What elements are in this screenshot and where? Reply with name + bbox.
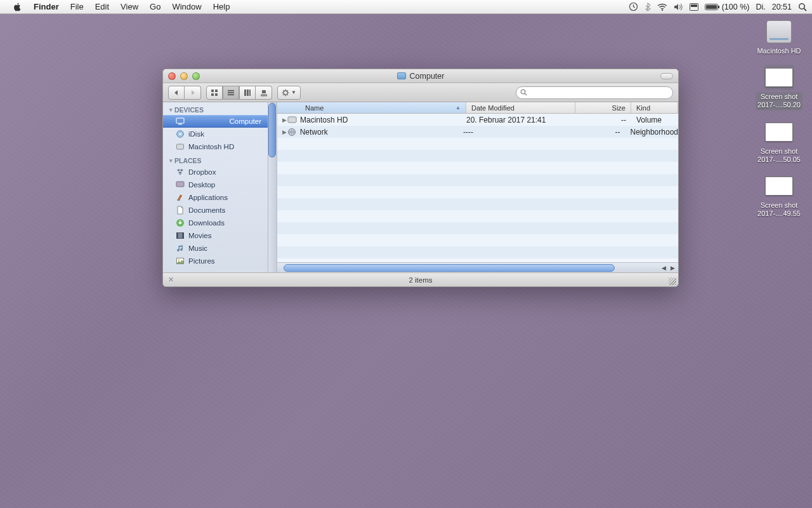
battery-icon[interactable]: (100 %) <box>705 3 750 11</box>
sidebar-item-applications[interactable]: Applications <box>163 191 268 204</box>
sidebar-item-label: Movies <box>188 232 211 239</box>
app-name[interactable]: Finder <box>28 0 65 14</box>
svg-point-22 <box>284 90 287 94</box>
close-button[interactable] <box>168 72 176 80</box>
sidebar-item-desktop[interactable]: Desktop <box>163 178 268 191</box>
list-row[interactable]: ▶ Macintosh HD 20. Februar 2017 21:41 --… <box>277 114 678 126</box>
status-bar: ✕ 2 items <box>163 272 678 286</box>
column-date[interactable]: Date Modified <box>466 102 575 113</box>
apple-menu-icon[interactable] <box>8 0 28 14</box>
sidebar-item-label: Dropbox <box>188 168 216 176</box>
sidebar: DEVICES Computer iDisk Macintosh HD PLAC… <box>163 102 277 272</box>
desktop-icon-screenshot[interactable]: Screen shot 2017-....50.20 <box>754 65 804 110</box>
svg-rect-20 <box>261 94 267 95</box>
documents-icon <box>176 206 185 215</box>
svg-line-32 <box>525 93 527 95</box>
scroll-left-arrow[interactable]: ◀ <box>659 264 668 272</box>
zoom-button[interactable] <box>192 72 200 80</box>
sidebar-item-label: Documents <box>188 206 225 214</box>
svg-rect-37 <box>177 144 184 149</box>
sidebar-item-idisk[interactable]: iDisk <box>163 128 268 140</box>
search-icon <box>520 89 527 96</box>
sidebar-item-documents[interactable]: Documents <box>163 204 268 217</box>
resize-handle[interactable] <box>669 277 676 285</box>
desktop-icon-screenshot[interactable]: Screen shot 2017-....50.05 <box>754 119 804 164</box>
desktop-icon-screenshot[interactable]: Screen shot 2017-....49.55 <box>754 173 804 218</box>
dropbox-icon <box>176 168 185 177</box>
sidebar-scrollbar[interactable] <box>268 102 277 272</box>
nav-buttons <box>168 86 201 100</box>
svg-point-45 <box>178 259 180 260</box>
desktop-icons: Macintosh HD Screen shot 2017-....50.20 … <box>754 19 804 218</box>
scrollbar-thumb[interactable] <box>284 264 615 272</box>
sidebar-item-pictures[interactable]: Pictures <box>163 255 268 267</box>
icon-view-button[interactable] <box>206 86 223 100</box>
sidebar-item-movies[interactable]: Movies <box>163 229 268 242</box>
menu-file[interactable]: File <box>65 0 89 14</box>
idisk-icon <box>176 130 185 138</box>
volume-icon[interactable] <box>674 3 683 11</box>
svg-point-31 <box>521 90 525 94</box>
proxy-icon[interactable] <box>397 72 406 79</box>
menu-edit[interactable]: Edit <box>89 0 115 14</box>
menu-window[interactable]: Window <box>166 0 207 14</box>
svg-rect-9 <box>211 90 214 92</box>
search-input[interactable] <box>530 89 669 97</box>
row-name: Network <box>298 128 463 137</box>
clock-day[interactable]: Di. <box>756 3 765 11</box>
svg-rect-19 <box>262 90 266 93</box>
sidebar-header-places[interactable]: PLACES <box>163 153 277 166</box>
menubar: Finder File Edit View Go Window Help (10… <box>0 0 812 14</box>
sidebar-item-computer[interactable]: Computer <box>163 115 268 128</box>
action-menu-button[interactable]: ▼ <box>277 86 301 100</box>
bluetooth-icon[interactable] <box>645 3 651 11</box>
desktop-icon-hd[interactable]: Macintosh HD <box>754 19 804 56</box>
sidebar-header-devices[interactable]: DEVICES <box>163 102 277 115</box>
list-view-button[interactable] <box>223 86 239 100</box>
clock-time[interactable]: 20:51 <box>772 3 792 11</box>
back-button[interactable] <box>168 86 185 100</box>
desktop-icon <box>176 180 185 189</box>
sidebar-item-dropbox[interactable]: Dropbox <box>163 166 268 178</box>
row-size: -- <box>575 116 631 124</box>
desktop-icon-label: Macintosh HD <box>755 46 802 56</box>
sidebar-item-macintosh-hd[interactable]: Macintosh HD <box>163 140 268 153</box>
menu-help[interactable]: Help <box>207 0 236 14</box>
scrollbar-thumb[interactable] <box>268 103 276 157</box>
column-view-button[interactable] <box>239 86 256 100</box>
minimize-button[interactable] <box>180 72 188 80</box>
sidebar-item-downloads[interactable]: Downloads <box>163 217 268 229</box>
wifi-icon[interactable] <box>657 3 667 11</box>
sidebar-item-music[interactable]: Music <box>163 242 268 255</box>
sidebar-item-label: Downloads <box>188 219 225 227</box>
path-button-icon[interactable]: ✕ <box>168 276 174 284</box>
sidebar-item-label: Pictures <box>188 257 215 265</box>
svg-rect-34 <box>178 124 182 124</box>
forward-button[interactable] <box>185 86 201 100</box>
menu-view[interactable]: View <box>115 0 144 14</box>
svg-rect-15 <box>228 94 234 95</box>
coverflow-view-button[interactable] <box>256 86 272 100</box>
svg-rect-11 <box>211 93 214 96</box>
titlebar[interactable]: Computer <box>163 69 678 83</box>
scroll-right-arrow[interactable]: ▶ <box>668 264 677 272</box>
svg-rect-3 <box>691 4 697 7</box>
column-name[interactable]: Name <box>277 102 466 113</box>
column-size[interactable]: Size <box>575 102 631 113</box>
menu-go[interactable]: Go <box>144 0 166 14</box>
svg-rect-5 <box>718 6 719 8</box>
search-field[interactable] <box>516 86 673 99</box>
svg-line-29 <box>287 90 288 91</box>
input-menu-icon[interactable] <box>690 3 698 11</box>
horizontal-scrollbar[interactable]: ◀ ▶ <box>277 262 678 272</box>
screenshot-icon <box>765 123 793 142</box>
network-icon <box>286 128 298 137</box>
desktop-icon-label: Screen shot 2017-....50.05 <box>756 147 802 164</box>
disclosure-triangle-icon[interactable]: ▶ <box>277 117 286 123</box>
toolbar-toggle-button[interactable] <box>660 73 673 79</box>
list-row[interactable]: ▶ Network ---- -- Neighborhood <box>277 126 678 138</box>
time-machine-icon[interactable] <box>629 2 638 11</box>
disclosure-triangle-icon[interactable]: ▶ <box>277 129 286 135</box>
spotlight-icon[interactable] <box>798 3 807 11</box>
column-kind[interactable]: Kind <box>631 102 678 113</box>
